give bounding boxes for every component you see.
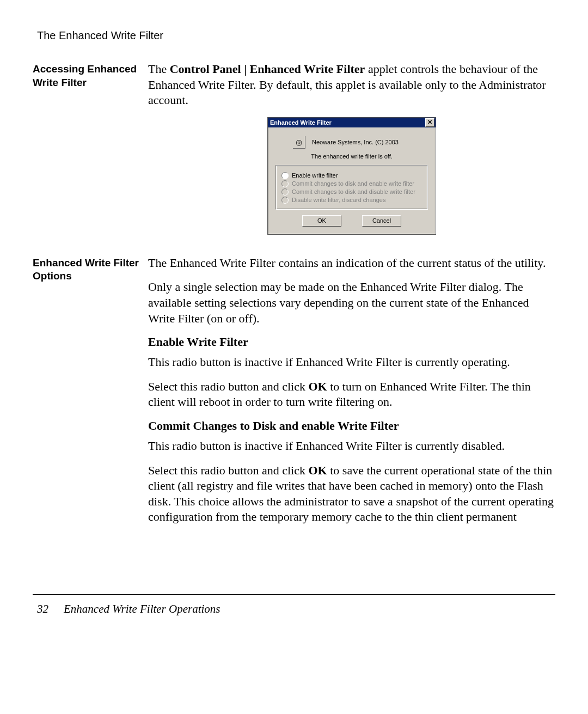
dialog-header-row: ◎ Neoware Systems, Inc. (C) 2003 bbox=[293, 136, 429, 149]
page-number: 32 bbox=[37, 602, 48, 616]
radio-label: Commit changes to disk and enable write … bbox=[292, 180, 414, 187]
para-commit-2: Select this radio button and click OK to… bbox=[148, 463, 555, 525]
side-heading-accessing: Accessing Enhanced Write Filter bbox=[33, 62, 148, 89]
text-bold: Control Panel | Enhanced Write Filter bbox=[170, 62, 365, 76]
radio-commit-disable: Commit changes to disk and disable write… bbox=[281, 188, 422, 196]
page-footer: 32 Enhanced Write Filter Operations bbox=[33, 594, 555, 616]
dialog-body: ◎ Neoware Systems, Inc. (C) 2003 The enh… bbox=[268, 127, 436, 234]
text: Select this radio button and click bbox=[148, 380, 309, 393]
radio-commit-enable: Commit changes to disk and enable write … bbox=[281, 180, 422, 187]
text: Select this radio button and click bbox=[148, 463, 309, 477]
app-icon: ◎ bbox=[293, 136, 305, 149]
radio-label: Commit changes to disk and disable write… bbox=[292, 188, 415, 195]
text-bold: OK bbox=[309, 380, 327, 393]
para-enable-1: This radio button is inactive if Enhance… bbox=[148, 355, 555, 370]
section-accessing: Accessing Enhanced Write Filter The Cont… bbox=[33, 62, 555, 250]
dialog-title: Enhanced Write Filter bbox=[270, 119, 332, 126]
text: The bbox=[148, 62, 170, 76]
vendor-text: Neoware Systems, Inc. (C) 2003 bbox=[312, 139, 399, 145]
subhead-enable: Enable Write Filter bbox=[148, 335, 555, 349]
radio-label: Enable write filter bbox=[292, 172, 338, 179]
ok-button[interactable]: OK bbox=[302, 215, 341, 227]
para-options-1: The Enhanced Write Filter contains an in… bbox=[148, 255, 555, 271]
para-commit-1: This radio button is inactive if Enhance… bbox=[148, 438, 555, 454]
radio-icon bbox=[281, 188, 289, 196]
side-heading-options: Enhanced Write Filter Options bbox=[33, 255, 148, 283]
para-accessing-1: The Control Panel | Enhanced Write Filte… bbox=[148, 62, 555, 108]
footer-rule bbox=[33, 594, 555, 595]
radio-group: Enable write filter Commit changes to di… bbox=[275, 165, 428, 210]
body-options: The Enhanced Write Filter contains an in… bbox=[148, 255, 555, 534]
radio-enable[interactable]: Enable write filter bbox=[281, 172, 422, 179]
radio-label: Disable write filter, discard changes bbox=[292, 197, 385, 203]
radio-icon bbox=[281, 172, 289, 179]
chapter-title: Enhanced Write Filter Operations bbox=[64, 602, 220, 616]
radio-icon bbox=[281, 197, 289, 204]
dialog-titlebar: Enhanced Write Filter ✕ bbox=[268, 118, 436, 127]
page: The Enhanced Write Filter Accessing Enha… bbox=[0, 0, 588, 714]
radio-disable-discard: Disable write filter, discard changes bbox=[281, 197, 422, 204]
text-bold: OK bbox=[309, 463, 327, 477]
status-text: The enhanced write filter is off. bbox=[274, 153, 429, 160]
close-icon[interactable]: ✕ bbox=[425, 118, 434, 127]
footer-line: 32 Enhanced Write Filter Operations bbox=[37, 602, 555, 616]
subhead-commit: Commit Changes to Disk and enable Write … bbox=[148, 419, 555, 433]
ewf-dialog: Enhanced Write Filter ✕ ◎ Neoware System… bbox=[267, 117, 436, 235]
section-options: Enhanced Write Filter Options The Enhanc… bbox=[33, 255, 555, 534]
cancel-button[interactable]: Cancel bbox=[362, 215, 401, 227]
running-head: The Enhanced Write Filter bbox=[37, 29, 555, 42]
para-options-2: Only a single selection may be made on t… bbox=[148, 279, 555, 326]
dialog-buttons: OK Cancel bbox=[274, 214, 429, 230]
body-accessing: The Control Panel | Enhanced Write Filte… bbox=[148, 62, 555, 250]
para-enable-2: Select this radio button and click OK to… bbox=[148, 379, 555, 410]
radio-icon bbox=[281, 180, 289, 187]
